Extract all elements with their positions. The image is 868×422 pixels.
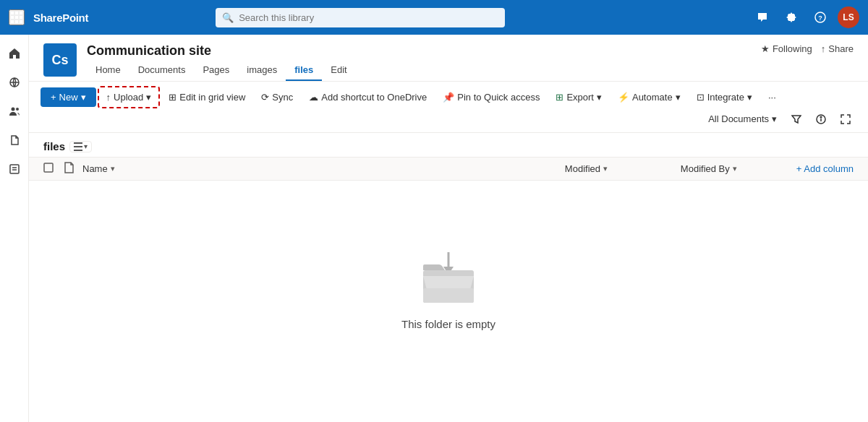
integrate-label: Integrate [707, 92, 744, 103]
nav-item-home[interactable]: Home [87, 60, 129, 81]
automate-icon: ⚡ [618, 92, 629, 103]
add-shortcut-button[interactable]: ☁ Add shortcut to OneDrive [302, 87, 434, 107]
waffle-menu-button[interactable] [9, 9, 25, 25]
left-sidebar [0, 35, 29, 422]
view-chevron-icon: ▾ [772, 113, 777, 124]
nav-item-edit[interactable]: Edit [322, 60, 355, 81]
nav-item-pages[interactable]: Pages [194, 60, 238, 81]
main-layout: Cs Communication site Home Documents Pag… [0, 35, 868, 422]
svg-point-19 [820, 116, 822, 118]
share-label: Share [828, 43, 854, 54]
list-icon [74, 142, 82, 151]
top-bar: SharePoint 🔍 ? LS [0, 0, 868, 35]
new-button[interactable]: + New ▾ [41, 87, 96, 107]
new-label: New [59, 92, 78, 103]
name-sort-icon: ▾ [111, 164, 115, 173]
edit-grid-button[interactable]: ⊞ Edit in grid view [161, 87, 252, 107]
feedback-button[interactable] [751, 6, 774, 29]
sync-button[interactable]: ⟳ Sync [254, 87, 300, 107]
add-column-button[interactable]: + Add column [796, 163, 854, 174]
svg-rect-22 [74, 150, 82, 151]
modified-by-sort-icon: ▾ [733, 164, 737, 173]
automate-button[interactable]: ⚡ Automate ▾ [610, 87, 688, 107]
sync-label: Sync [272, 92, 293, 103]
col-header-modified-by[interactable]: Modified By ▾ [681, 163, 796, 174]
col-modified-label: Modified [565, 163, 600, 174]
upload-label: Upload [114, 92, 143, 103]
help-button[interactable]: ? [809, 6, 832, 29]
automate-chevron-icon: ▾ [676, 92, 681, 103]
toolbar-right: All Documents ▾ [702, 110, 856, 128]
col-modified-by-label: Modified By [681, 163, 730, 174]
cloud-icon: ☁ [309, 92, 318, 103]
edit-grid-label: Edit in grid view [179, 92, 245, 103]
pin-button[interactable]: 📌 Pin to Quick access [435, 87, 547, 107]
more-label: ··· [768, 92, 776, 103]
svg-point-13 [16, 108, 19, 111]
avatar-initials: LS [843, 12, 854, 22]
info-button[interactable] [810, 111, 832, 128]
add-shortcut-label: Add shortcut to OneDrive [321, 92, 427, 103]
toolbar: + New ▾ ↑ Upload ▾ ⊞ Edit in grid view ⟳… [29, 82, 868, 133]
export-label: Export [566, 92, 594, 103]
empty-state-message: This folder is empty [401, 318, 495, 330]
fullscreen-button[interactable] [835, 111, 856, 128]
search-icon: 🔍 [222, 12, 234, 23]
file-type-icon [64, 162, 78, 176]
share-button[interactable]: ↑ Share [821, 43, 854, 54]
fullscreen-icon [841, 114, 851, 124]
filter-icon [791, 114, 801, 124]
files-view-toggle[interactable]: ▾ [69, 141, 92, 152]
following-button[interactable]: ★ Following [761, 43, 812, 54]
filter-button[interactable] [786, 111, 807, 128]
view-label: All Documents [708, 113, 769, 124]
plus-icon: + [51, 92, 56, 103]
search-input[interactable] [216, 8, 505, 27]
svg-rect-2 [20, 12, 22, 14]
site-header: Cs Communication site Home Documents Pag… [29, 35, 868, 82]
new-chevron-icon: ▾ [81, 92, 86, 103]
svg-rect-3 [11, 16, 14, 19]
sidebar-team-icon[interactable] [1, 98, 27, 124]
settings-button[interactable] [780, 6, 803, 29]
upload-button[interactable]: ↑ Upload ▾ [98, 86, 161, 108]
col-header-modified[interactable]: Modified ▾ [565, 163, 681, 174]
upload-chevron-icon: ▾ [146, 92, 151, 103]
sidebar-document-icon[interactable] [1, 127, 27, 153]
site-title: Communication site [87, 43, 356, 59]
svg-rect-6 [11, 20, 14, 23]
svg-point-12 [11, 108, 14, 111]
integrate-icon: ⊡ [697, 92, 705, 103]
svg-rect-5 [20, 16, 22, 19]
user-avatar-button[interactable]: LS [838, 7, 859, 28]
integrate-button[interactable]: ⊡ Integrate ▾ [689, 87, 760, 107]
nav-item-files[interactable]: files [286, 60, 322, 81]
site-logo: Cs [43, 43, 77, 77]
modified-sort-icon: ▾ [603, 164, 608, 173]
svg-rect-23 [44, 163, 53, 172]
upload-icon: ↑ [106, 92, 111, 103]
files-section-title: files [43, 140, 65, 152]
sidebar-globe-icon[interactable] [1, 69, 27, 95]
nav-item-documents[interactable]: Documents [129, 60, 195, 81]
svg-rect-4 [15, 16, 18, 19]
empty-state: This folder is empty [29, 181, 868, 397]
svg-rect-14 [10, 165, 19, 173]
grid-icon: ⊞ [169, 92, 176, 103]
col-header-name[interactable]: Name ▾ [82, 163, 565, 174]
nav-item-images[interactable]: images [238, 60, 286, 81]
sidebar-home-icon[interactable] [1, 40, 27, 66]
sidebar-notes-icon[interactable] [1, 156, 27, 182]
svg-rect-0 [11, 12, 14, 14]
view-toggle-chevron: ▾ [84, 142, 88, 150]
site-nav: Home Documents Pages images files Edit [87, 60, 356, 81]
info-icon [816, 114, 826, 124]
files-section: files ▾ Name ▾ Modified [29, 133, 868, 422]
export-button[interactable]: ⊞ Export ▾ [548, 87, 609, 107]
content-area: Cs Communication site Home Documents Pag… [29, 35, 868, 422]
svg-rect-7 [15, 20, 18, 23]
select-all-checkbox[interactable] [43, 163, 64, 175]
view-selector-button[interactable]: All Documents ▾ [702, 110, 783, 128]
more-button[interactable]: ··· [761, 87, 783, 107]
integrate-chevron-icon: ▾ [747, 92, 752, 103]
